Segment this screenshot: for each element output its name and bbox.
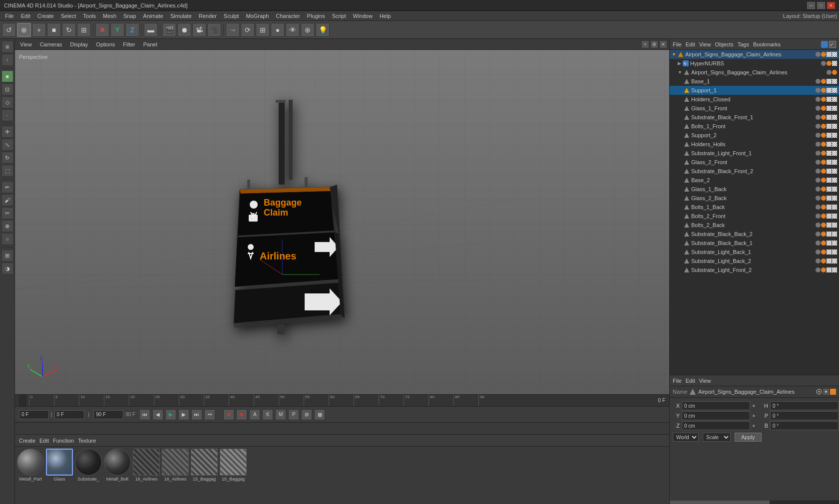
- vt-display[interactable]: Display: [67, 40, 91, 48]
- vt-cameras[interactable]: Cameras: [37, 40, 65, 48]
- om-dot-airport-vis[interactable]: [827, 70, 832, 75]
- om-dot-b2back-render[interactable]: [821, 223, 826, 228]
- new-button[interactable]: +: [32, 23, 46, 37]
- lt-edge-btn[interactable]: ◇: [1, 96, 13, 108]
- om-dot-vis[interactable]: [816, 52, 821, 57]
- om-dot-s2-vis[interactable]: [816, 133, 821, 138]
- lt-mode-btn[interactable]: ⊞: [1, 41, 13, 53]
- om-dot-hh-vis[interactable]: [816, 142, 821, 147]
- om-row-bolts2front[interactable]: Bolts_2_Front: [670, 212, 839, 221]
- plus2-button[interactable]: ⊞: [77, 23, 91, 37]
- rec-button[interactable]: ▬: [144, 23, 158, 37]
- tc-auto-btn[interactable]: A: [249, 409, 260, 420]
- lt-loop-btn[interactable]: ○: [1, 233, 13, 245]
- om-row-sbb1[interactable]: Substrate_Black_Back_1: [670, 239, 839, 248]
- om-dot-slb1-render[interactable]: [821, 250, 826, 254]
- om-dot-sbf2-vis[interactable]: [816, 169, 821, 174]
- tc-power-btn[interactable]: P: [288, 409, 299, 420]
- tc-motion-btn[interactable]: M: [275, 409, 286, 420]
- material-metall-bolt[interactable]: Metall_Bolt: [104, 449, 131, 482]
- menu-simulate[interactable]: Simulate: [167, 12, 195, 20]
- om-dot-s1-vis[interactable]: [816, 88, 821, 93]
- menu-mograph[interactable]: MoGraph: [243, 12, 272, 20]
- om-object-list[interactable]: ▼ Airport_Signs_Baggage_Claim_Airlines ▶…: [670, 50, 839, 375]
- lt-snap-btn[interactable]: ⊞: [1, 250, 13, 261]
- sphere-button[interactable]: ●: [271, 23, 285, 37]
- menu-render[interactable]: Render: [196, 12, 220, 20]
- lt-point-btn[interactable]: ·: [1, 109, 13, 121]
- om-dot-b2back-vis[interactable]: [816, 223, 821, 228]
- tc-play-button[interactable]: ▶: [165, 409, 176, 420]
- om-dot-b1f-vis[interactable]: [816, 124, 821, 129]
- vt-view[interactable]: View: [17, 40, 35, 48]
- om-dot-g1f-vis[interactable]: [816, 106, 821, 111]
- om-row-slf2[interactable]: Substrate_Light_Front_2: [670, 265, 839, 274]
- om-dot-slb2-render[interactable]: [821, 258, 826, 263]
- tc-prev-button[interactable]: ◀: [152, 409, 163, 420]
- coord-y-plus[interactable]: +: [752, 413, 759, 419]
- attr-toggle-icon[interactable]: ▼: [823, 389, 829, 395]
- material-metall-part[interactable]: Metall_Part: [17, 449, 44, 482]
- apply-button[interactable]: Apply: [735, 433, 762, 442]
- panel-scrollbar[interactable]: [670, 500, 839, 504]
- menu-plugins[interactable]: Plugins: [304, 12, 328, 20]
- mat-create[interactable]: Create: [19, 438, 35, 444]
- maximize-button[interactable]: □: [817, 2, 825, 9]
- om-dot-h-render[interactable]: [821, 97, 826, 102]
- attr-eye-icon[interactable]: [816, 389, 822, 395]
- om-dot-sbb2-render[interactable]: [821, 232, 826, 237]
- om-row-root[interactable]: ▼ Airport_Signs_Baggage_Claim_Airlines: [670, 50, 839, 59]
- om-row-hypernurbs[interactable]: ▶ N HyperNURBS: [670, 59, 839, 68]
- vt-maximize-icon[interactable]: +: [641, 40, 649, 48]
- coord-z-input[interactable]: [682, 421, 750, 430]
- om-row-base2[interactable]: Base_2: [670, 176, 839, 185]
- om-dot-g2b-render[interactable]: [821, 196, 826, 201]
- om-dot-sbf1-render[interactable]: [821, 115, 826, 120]
- coord-x-input[interactable]: [682, 401, 750, 410]
- lt-move-btn[interactable]: ✛: [1, 126, 13, 138]
- menu-script[interactable]: Script: [329, 12, 349, 20]
- viewport[interactable]: Perspective: [15, 50, 669, 394]
- tc-mode-btn[interactable]: ▦: [314, 409, 325, 420]
- film2-button[interactable]: 📽: [192, 23, 206, 37]
- x-button[interactable]: ✕: [95, 23, 109, 37]
- om-bookmarks[interactable]: Bookmarks: [753, 41, 781, 47]
- om-row-slb1[interactable]: Substrate_Light_Back_1: [670, 248, 839, 256]
- film-button[interactable]: 🎬: [162, 23, 176, 37]
- vt-panel[interactable]: Panel: [140, 40, 160, 48]
- om-dot-nurbs-vis[interactable]: [821, 61, 826, 66]
- om-view[interactable]: View: [699, 41, 711, 47]
- glasses-button[interactable]: ⊕: [301, 23, 315, 37]
- om-dot-b1back-vis[interactable]: [816, 205, 821, 210]
- menu-character[interactable]: Character: [273, 12, 303, 20]
- arrow-button[interactable]: →: [226, 23, 240, 37]
- om-dot-sbb1-render[interactable]: [821, 241, 826, 246]
- om-dot-sbb2-vis[interactable]: [816, 232, 821, 237]
- om-file[interactable]: File: [673, 41, 682, 47]
- coord-sys-select[interactable]: World Local: [673, 433, 699, 442]
- om-dot-slf1-render[interactable]: [821, 151, 826, 156]
- undo-button[interactable]: ↺: [2, 23, 16, 37]
- om-row-base1[interactable]: Base_1: [670, 77, 839, 86]
- om-dot-s2-render[interactable]: [821, 133, 826, 138]
- menu-animate[interactable]: Animate: [140, 12, 166, 20]
- coord-p-input[interactable]: [770, 411, 839, 420]
- frame-input2[interactable]: [54, 410, 84, 419]
- om-dot-g2f-render[interactable]: [821, 160, 826, 165]
- om-dot-b2f-vis[interactable]: [816, 214, 821, 219]
- om-row-glass1front[interactable]: Glass_1_Front: [670, 104, 839, 113]
- lt-obj-btn[interactable]: ■: [1, 70, 13, 82]
- om-row-glass2front[interactable]: Glass_2_Front: [670, 158, 839, 167]
- om-row-slb2[interactable]: Substrate_Light_Back_2: [670, 256, 839, 265]
- om-row-bolts1front[interactable]: Bolts_1_Front: [670, 122, 839, 131]
- om-row-holders-closed[interactable]: Holders_Closed: [670, 95, 839, 104]
- om-row-airport-group[interactable]: ▼ Airport_Signs_Baggage_Claim_Airlines: [670, 68, 839, 77]
- material-15baggag-1[interactable]: 15_Baggag: [191, 449, 218, 482]
- om-dot-slf1-vis[interactable]: [816, 151, 821, 156]
- mat-edit[interactable]: Edit: [39, 438, 49, 444]
- minimize-button[interactable]: ─: [807, 2, 815, 9]
- menu-sculpt[interactable]: Sculpt: [221, 12, 242, 20]
- material-16airlines-2[interactable]: 16_Airlines: [162, 449, 189, 482]
- current-frame-input[interactable]: [19, 410, 49, 419]
- lt-knife-btn[interactable]: ✂: [1, 207, 13, 219]
